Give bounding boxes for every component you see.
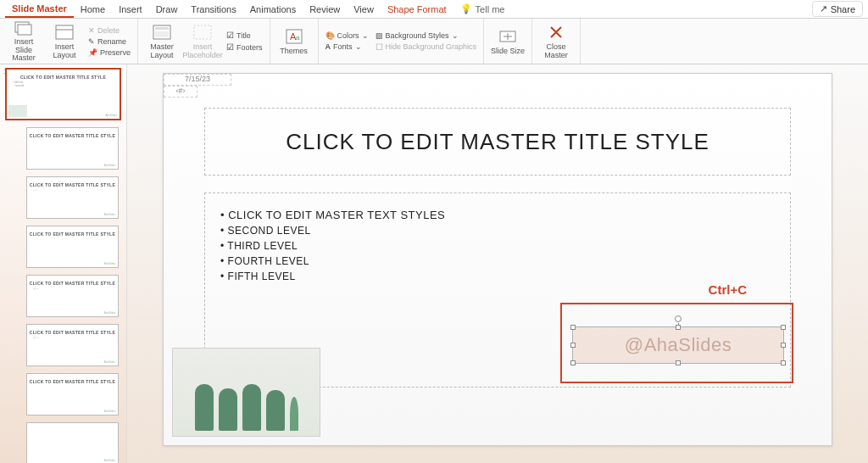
delete-icon: ✕: [88, 26, 95, 35]
date-placeholder[interactable]: 7/15/23: [164, 74, 231, 86]
svg-rect-7: [194, 25, 211, 39]
group-themes: Aa Themes: [270, 19, 319, 64]
chevron-down-icon: ⌄: [362, 31, 369, 40]
thumb-brand: AhaSlides: [105, 114, 117, 117]
checkbox-unchecked-icon: ☐: [376, 42, 383, 52]
rename-icon: ✎: [88, 37, 95, 46]
group-master-layout: Master Layout Insert Placeholder ☑Title …: [138, 19, 270, 64]
watermark-textbox[interactable]: @AhaSlides: [572, 326, 784, 364]
rename-button[interactable]: ✎Rename: [86, 36, 132, 47]
master-layout-label: Master Layout: [143, 43, 181, 60]
slide-canvas[interactable]: CLICK TO EDIT MASTER TITLE STYLE CLICK T…: [163, 73, 832, 446]
slide-size-label: Slide Size: [491, 47, 525, 56]
thumb-title: CLICK TO EDIT MASTER TITLE STYLE: [30, 232, 116, 237]
insert-slide-master-label: Insert Slide Master: [5, 38, 42, 64]
slide-master-icon: [14, 20, 33, 36]
thumb-title: CLICK TO EDIT MASTER TITLE STYLE: [30, 133, 116, 138]
body-level-2: SECOND LEVEL: [220, 225, 775, 237]
resize-handle[interactable]: [676, 325, 681, 330]
hide-bg-checkbox[interactable]: ☐Hide Background Graphics: [374, 42, 479, 53]
slide-editor[interactable]: CLICK TO EDIT MASTER TITLE STYLE CLICK T…: [127, 64, 868, 463]
tab-home[interactable]: Home: [74, 2, 112, 17]
title-placeholder[interactable]: CLICK TO EDIT MASTER TITLE STYLE: [204, 108, 791, 176]
resize-handle[interactable]: [570, 325, 576, 330]
thumbnail-layout[interactable]: CLICK TO EDIT MASTER TITLE STYLE▫ ▫ ▫Aha…: [26, 176, 120, 219]
footers-checkbox[interactable]: ☑Footers: [225, 42, 264, 53]
tell-me-label: Tell me: [476, 4, 505, 14]
insert-placeholder-label: Insert Placeholder: [182, 43, 223, 60]
resize-handle[interactable]: [781, 343, 786, 348]
svg-rect-5: [155, 27, 169, 30]
delete-label: Delete: [97, 26, 120, 35]
resize-handle[interactable]: [676, 360, 681, 365]
thumbnail-layout[interactable]: CLICK TO EDIT MASTER TITLE STYLE▫▫ | ▫▫A…: [26, 275, 120, 317]
thumb-body: ▫▫ | ▫▫: [33, 287, 113, 291]
delete-button[interactable]: ✕Delete: [86, 25, 132, 36]
workspace: 1 CLICK TO EDIT MASTER TITLE STYLE • edi…: [0, 64, 868, 463]
tab-insert[interactable]: Insert: [112, 2, 149, 17]
tab-review[interactable]: Review: [303, 2, 347, 17]
title-chk-label: Title: [236, 31, 251, 40]
fonts-label: Fonts: [333, 42, 353, 51]
thumb-title: CLICK TO EDIT MASTER TITLE STYLE: [30, 330, 116, 335]
resize-handle[interactable]: [570, 360, 576, 365]
colors-label: Colors: [337, 31, 359, 40]
background-styles-dropdown[interactable]: ▨Background Styles ⌄: [374, 31, 479, 41]
insert-layout-label: Insert Layout: [46, 43, 83, 60]
svg-text:a: a: [296, 34, 300, 42]
group-close: Close Master: [532, 19, 581, 64]
layout-icon: [55, 23, 74, 42]
resize-handle[interactable]: [570, 343, 576, 348]
thumb-body: ▫ ▫ ▫: [33, 189, 113, 192]
svg-rect-2: [56, 25, 73, 39]
rotate-handle[interactable]: [675, 315, 682, 322]
lightbulb-icon: 💡: [460, 3, 472, 14]
thumbnails-panel[interactable]: 1 CLICK TO EDIT MASTER TITLE STYLE • edi…: [0, 64, 127, 463]
insert-layout-button[interactable]: Insert Layout: [46, 21, 83, 62]
themes-button[interactable]: Aa Themes: [275, 21, 313, 62]
master-layout-button[interactable]: Master Layout: [143, 21, 181, 62]
resize-handle[interactable]: [781, 325, 786, 330]
background-icon: ▨: [376, 31, 383, 40]
tab-transitions[interactable]: Transitions: [184, 2, 242, 17]
thumb-brand: AhaSlides: [104, 164, 116, 167]
insert-placeholder-button[interactable]: Insert Placeholder: [184, 21, 221, 62]
preserve-button[interactable]: 📌Preserve: [86, 47, 132, 58]
insert-slide-master-button[interactable]: Insert Slide Master: [5, 21, 42, 62]
thumb-brand: AhaSlides: [104, 213, 116, 216]
thumbnail-layout[interactable]: CLICK TO EDIT MASTER TITLE STYLEAhaSlide…: [26, 373, 120, 416]
slide-number-placeholder[interactable]: ‹#›: [164, 86, 198, 98]
preserve-icon: 📌: [88, 48, 97, 57]
ribbon-tabs: Slide Master Home Insert Draw Transition…: [0, 0, 868, 19]
tab-slide-master[interactable]: Slide Master: [5, 1, 74, 18]
thumb-brand: AhaSlides: [104, 311, 116, 315]
tab-draw[interactable]: Draw: [149, 2, 185, 17]
footers-chk-label: Footers: [236, 43, 263, 52]
thumb-brand: AhaSlides: [104, 410, 116, 413]
thumbnail-layout[interactable]: CLICK TO EDIT MASTER TITLE STYLEAhaSlide…: [26, 127, 120, 170]
thumbnail-layout[interactable]: CLICK TO EDIT MASTER TITLE STYLE▫▫ | ▫▫A…: [26, 324, 120, 366]
thumb-title: CLICK TO EDIT MASTER TITLE STYLE: [30, 281, 116, 286]
tell-me-search[interactable]: 💡 Tell me: [453, 1, 512, 17]
hide-bg-label: Hide Background Graphics: [386, 42, 477, 51]
thumb-body: ▫▫ | ▫▫: [33, 337, 113, 340]
slide-size-button[interactable]: Slide Size: [489, 21, 526, 62]
close-icon: [547, 23, 565, 42]
fonts-icon: A: [326, 42, 331, 51]
share-button[interactable]: ↗ Share: [812, 1, 863, 17]
ribbon: Insert Slide Master Insert Layout ✕Delet…: [0, 19, 868, 64]
svg-rect-6: [155, 31, 169, 37]
svg-rect-1: [18, 25, 31, 35]
close-master-button[interactable]: Close Master: [537, 21, 575, 62]
fonts-dropdown[interactable]: AFonts ⌄: [324, 42, 370, 52]
themes-label: Themes: [280, 47, 308, 56]
colors-dropdown[interactable]: 🎨Colors ⌄: [324, 31, 370, 41]
tab-animations[interactable]: Animations: [243, 2, 303, 17]
thumbnail-layout[interactable]: CLICK TO EDIT MASTER TITLE STYLEAhaSlide…: [26, 226, 120, 268]
tab-view[interactable]: View: [347, 2, 381, 17]
resize-handle[interactable]: [781, 360, 786, 365]
title-checkbox[interactable]: ☑Title: [225, 30, 264, 41]
thumbnail-master[interactable]: CLICK TO EDIT MASTER TITLE STYLE • edit …: [5, 68, 121, 120]
thumbnail-layout[interactable]: AhaSlides: [26, 422, 120, 463]
tab-shape-format[interactable]: Shape Format: [381, 2, 453, 17]
